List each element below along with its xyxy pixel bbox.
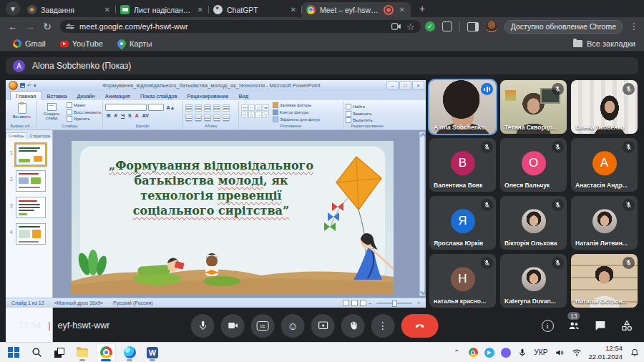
tab-search-icon[interactable]: ▼	[6, 1, 20, 16]
layout-button[interactable]: Макет	[67, 102, 101, 108]
char-spacing-button[interactable]: AV	[141, 113, 150, 118]
bookmark-star-icon[interactable]: ☆	[406, 21, 415, 32]
tray-viber-icon[interactable]	[501, 348, 511, 358]
network-icon[interactable]	[571, 347, 582, 358]
tray-telegram-icon[interactable]	[484, 348, 494, 358]
slide-thumbnail-2[interactable]: 2	[16, 170, 46, 192]
participant-tile[interactable]: В Валентина Вовк	[429, 138, 496, 192]
bookmark-youtube[interactable]: YouTube	[54, 39, 109, 48]
participant-tile[interactable]: Kateryna Duvan...	[500, 254, 567, 308]
tray-expand-icon[interactable]: ⌃	[452, 347, 462, 358]
sorter-view-button[interactable]	[351, 300, 358, 306]
language-status[interactable]: Русский (Россия)	[113, 300, 153, 305]
participant-tile-alona[interactable]: Alona Sobchenko	[429, 80, 496, 134]
search-button[interactable]	[27, 344, 46, 361]
end-call-button[interactable]	[401, 314, 439, 338]
ribbon-tab-slideshow[interactable]: Показ слайдов	[135, 92, 182, 100]
zoom-slider[interactable]	[376, 303, 412, 304]
participant-tile[interactable]: Н наталья красно...	[429, 254, 496, 308]
profile-avatar[interactable]	[486, 21, 497, 32]
ribbon-tab-view[interactable]: Вид	[233, 92, 253, 100]
tray-mic-icon[interactable]	[517, 347, 528, 358]
quick-access-toolbar[interactable]: ↶▾	[20, 83, 36, 89]
tab-chatgpt[interactable]: ChatGPT ✕	[209, 2, 302, 17]
camera-permission-icon[interactable]	[391, 22, 401, 31]
shape-fill-button[interactable]: Заливка фигуры	[273, 102, 320, 108]
normal-view-button[interactable]	[343, 300, 349, 306]
participant-tile[interactable]: Наталія Литвин...	[571, 196, 638, 250]
task-view-button[interactable]	[50, 344, 69, 361]
find-button[interactable]: Найти	[346, 104, 389, 109]
new-tab-button[interactable]: +	[415, 1, 429, 16]
justify-button[interactable]	[213, 114, 220, 122]
tab-mail[interactable]: Лист надіслано • nata_ostrovsk ✕	[116, 2, 209, 17]
font-name-box[interactable]	[105, 104, 147, 111]
indent-increase-button[interactable]	[213, 104, 220, 112]
participant-tile[interactable]: Наталія Остров...	[571, 254, 638, 308]
tab-slides[interactable]: Слайды	[6, 132, 27, 139]
reload-button[interactable]: ↻	[39, 21, 56, 32]
participant-tile[interactable]: Я Ярослава Юрків	[429, 196, 496, 250]
align-left-button[interactable]	[185, 114, 192, 122]
indent-decrease-button[interactable]	[204, 104, 211, 112]
tray-chrome-icon[interactable]	[469, 348, 478, 357]
taskbar-clock[interactable]: 12:54 22.01.2024	[588, 344, 623, 361]
file-explorer-button[interactable]	[73, 344, 92, 361]
undo-icon[interactable]: ↶	[27, 83, 31, 89]
chat-button[interactable]	[593, 318, 608, 333]
address-bar[interactable]: meet.google.com/eyf-hswt-wwr ☆	[60, 20, 421, 33]
raise-hand-button[interactable]	[341, 314, 365, 338]
all-bookmarks-button[interactable]: Все закладки	[573, 39, 644, 48]
bullets-button[interactable]	[185, 104, 192, 112]
notifications-bell-icon[interactable]	[629, 347, 640, 358]
save-icon[interactable]	[20, 83, 25, 88]
participant-tile[interactable]: А Анастасія Андр...	[571, 138, 638, 192]
ppt-restore-button[interactable]: □	[399, 81, 411, 90]
shape-outline-button[interactable]: Контур фигуры	[273, 109, 320, 115]
columns-button[interactable]	[223, 114, 230, 122]
chrome-taskbar-button[interactable]	[96, 343, 116, 362]
italic-button[interactable]: К	[113, 113, 118, 118]
shadow-button[interactable]: S	[127, 113, 133, 118]
participant-tile[interactable]: О Олеся Вальчук	[500, 138, 567, 192]
camera-button[interactable]	[221, 314, 245, 338]
tab-close-icon[interactable]: ✕	[289, 6, 298, 14]
bookmark-gmail[interactable]: Gmail	[7, 39, 52, 48]
tab-meet-active[interactable]: Meet – eyf-hswt-wwr ✕	[302, 2, 411, 17]
word-taskbar-button[interactable]: W	[143, 344, 162, 361]
zoom-in-button[interactable]: +	[417, 300, 420, 305]
grow-font-icon[interactable]: A▲	[165, 105, 176, 110]
slide-thumbnail-3[interactable]: 3	[16, 197, 46, 218]
tab-close-icon[interactable]: ✕	[103, 6, 112, 14]
participant-tile[interactable]: Тетяна Скворцо...	[500, 80, 567, 134]
browser-menu-icon[interactable]: ⋮	[630, 21, 638, 31]
forward-button[interactable]: →	[21, 21, 39, 32]
vertical-scrollbar[interactable]	[419, 132, 425, 296]
shape-effects-button[interactable]: Эффекты для фигур	[273, 117, 320, 122]
back-button[interactable]: ←	[4, 21, 21, 32]
ppt-close-button[interactable]: ×	[412, 81, 424, 90]
slideshow-view-button[interactable]	[360, 300, 366, 306]
start-button[interactable]	[4, 344, 23, 361]
extensions-icon[interactable]	[442, 21, 452, 31]
replace-button[interactable]: Заменить	[346, 111, 389, 117]
adblock-extension-icon[interactable]: ✓	[425, 21, 435, 31]
new-slide-button[interactable]: Создать слайд	[39, 102, 64, 122]
tab-outline[interactable]: Структура	[27, 133, 52, 139]
people-button[interactable]: 13	[567, 318, 581, 333]
zoom-out-button[interactable]: –	[369, 300, 371, 305]
ribbon-tab-animation[interactable]: Анимация	[100, 92, 135, 100]
align-center-button[interactable]	[195, 114, 202, 122]
ribbon-tab-design[interactable]: Дизайн	[72, 92, 99, 100]
side-panel-icon[interactable]	[467, 22, 479, 31]
chrome-update-chip[interactable]: Доступно обновление Chrome	[504, 20, 623, 34]
bold-button[interactable]: Ж	[105, 113, 112, 118]
shapes-gallery[interactable]: ▭○△⇒ ◇☆→▽	[241, 104, 269, 122]
ribbon-tab-insert[interactable]: Вставка	[42, 92, 72, 100]
bookmark-maps[interactable]: Карты	[112, 39, 157, 48]
ppt-minimize-button[interactable]: –	[386, 81, 399, 90]
participant-tile[interactable]: Олена Яковенко	[571, 80, 638, 134]
ribbon-tab-review[interactable]: Рецензирование	[182, 92, 234, 100]
language-indicator[interactable]: УКР	[535, 348, 548, 356]
select-button[interactable]: Выделить	[346, 117, 389, 123]
